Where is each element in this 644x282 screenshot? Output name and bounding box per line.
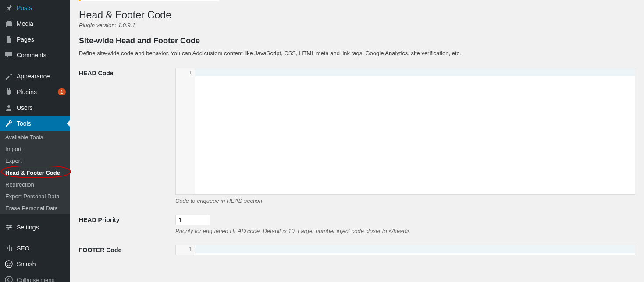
sidebar-item-label: Comments (17, 52, 66, 59)
plugin-version: Plugin version: 1.0.9.1 (79, 22, 635, 28)
editor-gutter: 1 (176, 245, 195, 255)
sidebar-item-plugins[interactable]: Plugins1 (0, 84, 70, 100)
submenu-item-available-tools[interactable]: Available Tools (0, 131, 70, 143)
sidebar-item-appearance[interactable]: Appearance (0, 68, 70, 84)
svg-point-7 (7, 228, 9, 230)
page-title: Head & Footer Code (79, 9, 635, 21)
head-priority-input[interactable] (175, 215, 210, 225)
comment-icon (4, 51, 13, 60)
appearance-icon (4, 72, 13, 81)
editor-gutter: 1 (176, 68, 195, 194)
svg-point-1 (7, 105, 10, 108)
footer-code-label: FOOTER Code (79, 245, 175, 254)
main-content: Head & Footer Code Plugin version: 1.0.9… (70, 0, 644, 282)
submenu-item-export-personal-data[interactable]: Export Personal Data (0, 190, 70, 202)
sidebar-item-users[interactable]: Users (0, 100, 70, 116)
sidebar-item-label: Media (17, 20, 66, 27)
notice-stub (79, 0, 219, 1)
admin-sidebar: PostsMediaPagesCommentsAppearancePlugins… (0, 0, 70, 282)
sidebar-item-label: Appearance (17, 73, 66, 80)
sidebar-item-label: Settings (17, 224, 66, 231)
update-badge: 1 (58, 88, 66, 95)
head-code-label: HEAD Code (79, 68, 175, 77)
editor-body[interactable] (195, 68, 635, 194)
footer-code-editor[interactable]: 1 (175, 245, 635, 255)
sidebar-item-label: Smush (17, 261, 66, 268)
head-code-editor[interactable]: 1 (175, 68, 635, 195)
svg-point-9 (5, 261, 12, 268)
settings-icon (4, 223, 13, 232)
submenu-item-erase-personal-data[interactable]: Erase Personal Data (0, 202, 70, 214)
submenu-item-export[interactable]: Export (0, 155, 70, 167)
section-description: Define site-wide code and behavior. You … (79, 50, 635, 56)
users-icon (4, 103, 13, 112)
svg-point-6 (9, 226, 11, 228)
head-priority-help: Priority for enqueued HEAD code. Default… (175, 228, 635, 234)
seo-icon (4, 244, 13, 253)
submenu-item-import[interactable]: Import (0, 143, 70, 155)
sidebar-item-label: Plugins (17, 88, 54, 95)
sidebar-item-label: Pages (17, 36, 66, 43)
sidebar-item-posts[interactable]: Posts (0, 0, 70, 16)
svg-point-5 (7, 225, 8, 226)
sidebar-item-tools[interactable]: Tools (0, 116, 70, 131)
sidebar-item-label: Users (17, 104, 66, 111)
collapse-menu[interactable]: Collapse menu (0, 272, 70, 282)
pages-icon (4, 35, 13, 44)
svg-point-0 (11, 21, 12, 22)
sidebar-item-comments[interactable]: Comments (0, 47, 70, 63)
sidebar-item-pages[interactable]: Pages (0, 32, 70, 47)
svg-point-8 (7, 247, 8, 249)
editor-body[interactable] (195, 245, 635, 255)
sidebar-item-label: Tools (17, 120, 66, 127)
pin-icon (4, 4, 13, 12)
sidebar-item-media[interactable]: Media (0, 16, 70, 32)
collapse-icon (4, 275, 13, 282)
head-priority-label: HEAD Priority (79, 215, 175, 223)
head-code-help: Code to enqueue in HEAD section (175, 197, 635, 204)
sidebar-item-seo[interactable]: SEO (0, 240, 70, 256)
sidebar-item-smush[interactable]: Smush (0, 256, 70, 272)
sidebar-item-label: SEO (17, 245, 66, 252)
section-title: Site-wide Head and Footer Code (79, 36, 635, 46)
sidebar-item-label: Posts (17, 4, 66, 11)
submenu-item-head-footer-code[interactable]: Head & Footer Code (0, 167, 70, 179)
sidebar-item-settings[interactable]: Settings (0, 219, 70, 235)
collapse-label: Collapse menu (17, 277, 55, 282)
plugin-icon (4, 88, 13, 96)
submenu-item-redirection[interactable]: Redirection (0, 179, 70, 190)
smush-icon (4, 260, 13, 268)
tools-icon (4, 119, 13, 128)
media-icon (4, 19, 13, 28)
